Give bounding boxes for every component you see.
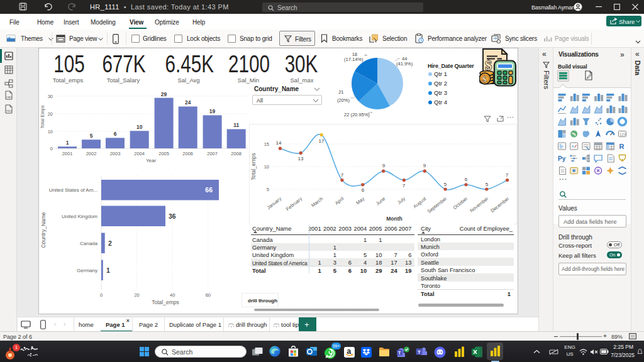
svg-text:5: 5 xyxy=(90,133,93,139)
svg-text:30: 30 xyxy=(48,94,53,99)
svg-text:6: 6 xyxy=(114,131,117,137)
svg-text:Germany: Germany xyxy=(77,268,97,273)
svg-text:40: 40 xyxy=(170,292,175,298)
svg-text:11: 11 xyxy=(233,122,239,128)
svg-text:6: 6 xyxy=(362,187,365,193)
svg-text:Py: Py xyxy=(558,155,566,162)
svg-text:7: 7 xyxy=(402,183,406,189)
svg-text:15: 15 xyxy=(264,141,269,147)
svg-text:June: June xyxy=(375,195,386,206)
svg-text:T: T xyxy=(398,351,401,355)
svg-text:February: February xyxy=(285,195,303,212)
svg-text:1: 1 xyxy=(66,140,69,146)
svg-text:(20%): (20%) xyxy=(337,97,350,103)
svg-text:Total Emps: Total Emps xyxy=(40,105,45,128)
svg-text:5: 5 xyxy=(486,182,489,187)
svg-text:0: 0 xyxy=(50,146,53,151)
svg-text:R: R xyxy=(619,142,625,150)
svg-text:7: 7 xyxy=(506,172,509,178)
svg-text:Canada: Canada xyxy=(80,241,98,246)
svg-text:17: 17 xyxy=(319,138,325,144)
svg-text:Year: Year xyxy=(146,158,157,163)
svg-text:(17.14%): (17.14%) xyxy=(344,57,364,62)
svg-text:2008: 2008 xyxy=(231,151,242,156)
svg-text:0: 0 xyxy=(100,292,103,298)
svg-text:September: September xyxy=(426,195,448,214)
svg-text:10: 10 xyxy=(48,129,53,134)
svg-text:2002: 2002 xyxy=(86,151,97,156)
svg-text:5: 5 xyxy=(267,187,269,192)
svg-text:29: 29 xyxy=(161,91,167,97)
svg-text:2006: 2006 xyxy=(182,151,193,156)
svg-text:August: August xyxy=(412,195,428,209)
svg-text:7: 7 xyxy=(341,172,344,178)
svg-text:21: 21 xyxy=(338,89,343,95)
svg-text:T: T xyxy=(418,349,421,355)
svg-text:October: October xyxy=(452,195,469,211)
svg-text:10: 10 xyxy=(264,164,269,170)
svg-text:2004: 2004 xyxy=(134,151,145,156)
svg-text:123: 123 xyxy=(619,132,626,136)
svg-text:DAX: DAX xyxy=(6,96,12,99)
svg-text:A: A xyxy=(572,144,574,148)
svg-text:9: 9 xyxy=(382,163,386,168)
svg-text:20: 20 xyxy=(48,111,53,117)
svg-text:10: 10 xyxy=(136,124,143,130)
svg-text:Total_emps: Total_emps xyxy=(250,153,257,180)
svg-text:United Kingdom: United Kingdom xyxy=(62,214,97,219)
svg-text:2005: 2005 xyxy=(158,151,169,156)
svg-text:Month: Month xyxy=(386,216,402,222)
svg-text:36: 36 xyxy=(169,212,176,220)
svg-text:2007: 2007 xyxy=(207,151,218,156)
svg-text:2: 2 xyxy=(108,239,112,247)
svg-text:July: July xyxy=(396,195,406,205)
svg-text:66: 66 xyxy=(205,186,213,194)
svg-text:$: $ xyxy=(482,74,487,84)
svg-text:November: November xyxy=(469,195,489,214)
svg-text:13: 13 xyxy=(298,156,304,162)
svg-text:9: 9 xyxy=(423,163,426,168)
svg-text:1: 1 xyxy=(106,266,110,274)
svg-text:January: January xyxy=(266,195,283,211)
svg-text:6: 6 xyxy=(465,177,468,182)
svg-text:April: April xyxy=(334,195,345,206)
svg-text:March: March xyxy=(310,195,324,208)
svg-text:TMDL: TMDL xyxy=(6,110,12,112)
svg-text:May: May xyxy=(355,195,366,206)
svg-text:60: 60 xyxy=(206,292,211,298)
svg-text:20: 20 xyxy=(134,292,139,298)
svg-text:14: 14 xyxy=(276,140,282,146)
svg-text:December: December xyxy=(489,195,510,214)
svg-text:2001: 2001 xyxy=(62,151,73,156)
svg-text:(41.9%): (41.9%) xyxy=(396,61,413,67)
svg-text:19: 19 xyxy=(209,108,216,114)
svg-text:24: 24 xyxy=(185,99,191,106)
svg-text:2003: 2003 xyxy=(110,151,121,156)
svg-text:5: 5 xyxy=(444,182,447,187)
svg-text:United States of Am...: United States of Am... xyxy=(49,187,97,193)
svg-text:Total_emps: Total_emps xyxy=(152,299,179,305)
svg-text:Country_Name: Country_Name xyxy=(40,212,47,248)
svg-text:22 (20.95%): 22 (20.95%) xyxy=(344,112,370,118)
